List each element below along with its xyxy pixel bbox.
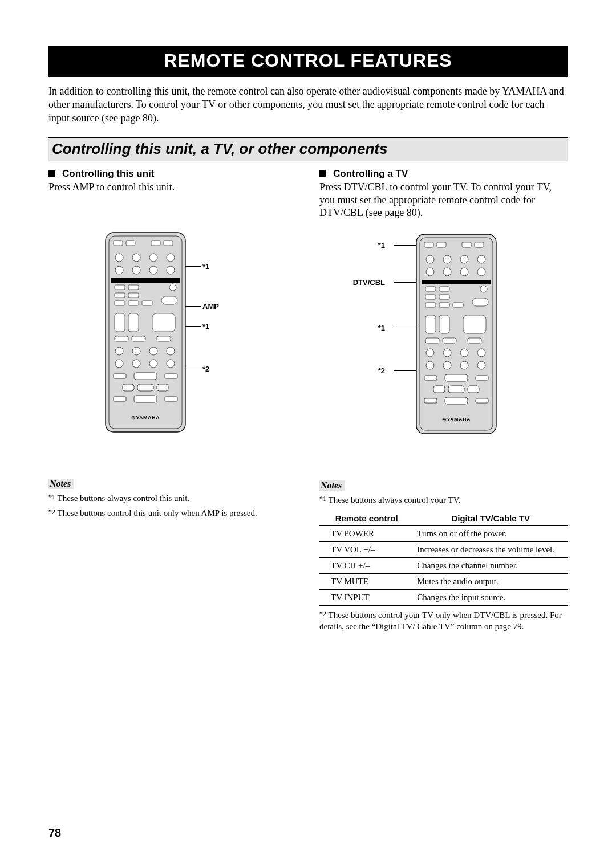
svg-rect-28 <box>132 336 145 341</box>
left-note2-text: These buttons control this unit only whe… <box>57 508 257 517</box>
svg-point-8 <box>149 254 157 262</box>
svg-rect-2 <box>114 241 123 246</box>
svg-point-57 <box>477 255 485 263</box>
svg-rect-88 <box>433 386 445 393</box>
left-note1: *1 These buttons always control this uni… <box>48 492 297 504</box>
svg-rect-66 <box>425 295 436 299</box>
right-note2: *2 These buttons control your TV only wh… <box>319 609 568 633</box>
svg-rect-76 <box>443 338 456 343</box>
svg-rect-39 <box>134 396 157 402</box>
footnote-marker: *1 <box>319 495 326 503</box>
svg-rect-71 <box>472 298 488 306</box>
remote-illustration-left: ⊕YAMAHA <box>100 228 248 439</box>
cell-label: TV VOL +/– <box>319 541 414 557</box>
svg-rect-40 <box>123 384 134 391</box>
bullet-square-icon <box>48 170 55 177</box>
svg-point-58 <box>426 268 434 276</box>
right-subhead: Controlling a TV <box>319 168 568 180</box>
column-right: Controlling a TV Press DTV/CBL to contro… <box>319 168 568 632</box>
svg-rect-53 <box>475 242 484 247</box>
left-subhead-text: Controlling this unit <box>62 168 154 179</box>
svg-rect-51 <box>437 242 446 247</box>
svg-rect-92 <box>476 376 488 380</box>
svg-rect-16 <box>128 285 139 290</box>
cell-label: TV INPUT <box>319 589 414 605</box>
svg-point-84 <box>460 361 468 369</box>
svg-point-83 <box>443 361 451 369</box>
callout-dtvcbl: DTV/CBL <box>353 278 385 287</box>
left-note1-text: These buttons always control this unit. <box>57 494 189 503</box>
svg-rect-86 <box>445 374 468 381</box>
svg-point-59 <box>443 268 451 276</box>
svg-point-36 <box>149 360 157 368</box>
intro-text: In addition to controlling this unit, th… <box>48 85 568 125</box>
svg-rect-69 <box>439 303 449 307</box>
svg-rect-70 <box>453 303 463 307</box>
svg-point-7 <box>132 254 140 262</box>
svg-point-81 <box>477 349 485 357</box>
svg-rect-41 <box>157 384 168 391</box>
svg-rect-45 <box>114 397 126 401</box>
svg-point-82 <box>426 361 434 369</box>
svg-point-17 <box>169 284 176 291</box>
right-notes-head: Notes <box>319 480 345 491</box>
table-row: TV VOL +/– Increases or decreases the vo… <box>319 541 568 557</box>
svg-rect-46 <box>165 397 177 401</box>
page-number: 78 <box>48 826 61 840</box>
svg-rect-15 <box>115 285 125 290</box>
remote-illustration-right: ⊕YAMAHA <box>411 230 559 441</box>
svg-rect-18 <box>115 293 125 298</box>
svg-rect-93 <box>424 398 437 403</box>
svg-point-55 <box>443 255 451 263</box>
svg-rect-27 <box>115 336 128 341</box>
svg-point-37 <box>167 360 175 368</box>
svg-rect-20 <box>115 301 125 305</box>
svg-rect-38 <box>134 373 157 380</box>
svg-point-85 <box>477 361 485 369</box>
svg-point-10 <box>115 266 123 274</box>
table-row: TV INPUT Changes the input source. <box>319 589 568 605</box>
svg-point-30 <box>115 347 123 355</box>
bullet-square-icon <box>319 170 326 177</box>
section-title: Controlling this unit, a TV, or other co… <box>52 140 387 157</box>
svg-rect-74 <box>463 315 486 333</box>
cell-label: TV MUTE <box>319 573 414 589</box>
svg-rect-25 <box>128 313 139 332</box>
svg-rect-50 <box>424 242 433 247</box>
svg-point-12 <box>149 266 157 274</box>
column-left: Controlling this unit Press AMP to contr… <box>48 168 297 632</box>
svg-rect-23 <box>161 296 177 304</box>
svg-rect-14 <box>111 278 180 283</box>
svg-rect-44 <box>165 374 177 378</box>
svg-rect-24 <box>115 313 125 332</box>
svg-rect-62 <box>422 280 491 284</box>
svg-point-31 <box>132 347 140 355</box>
cell-desc: Turns on or off the power. <box>414 525 568 541</box>
right-note2-text: These buttons control your TV only when … <box>319 610 562 631</box>
svg-rect-68 <box>425 303 436 307</box>
right-subhead-text: Controlling a TV <box>333 168 408 179</box>
callout-star2: *2 <box>378 366 385 375</box>
svg-rect-43 <box>114 374 126 378</box>
svg-point-34 <box>115 360 123 368</box>
left-subhead: Controlling this unit <box>48 168 297 180</box>
svg-rect-77 <box>468 338 481 343</box>
cell-label: TV POWER <box>319 525 414 541</box>
svg-point-79 <box>443 349 451 357</box>
svg-point-78 <box>426 349 434 357</box>
svg-rect-94 <box>476 398 488 403</box>
svg-point-6 <box>115 254 123 262</box>
svg-rect-90 <box>448 386 464 393</box>
svg-point-65 <box>480 286 487 292</box>
right-body: Press DTV/CBL to control your TV. To con… <box>319 181 568 219</box>
svg-rect-5 <box>164 241 173 246</box>
left-notes-head: Notes <box>48 479 74 489</box>
right-note1-text: These buttons always control your TV. <box>328 495 460 504</box>
svg-rect-3 <box>126 241 135 246</box>
footnote-marker: *2 <box>48 508 55 516</box>
callout-star1-top: *1 <box>378 241 385 250</box>
cell-desc: Changes the channel number. <box>414 557 568 573</box>
svg-rect-89 <box>468 386 479 393</box>
svg-text:⊕YAMAHA: ⊕YAMAHA <box>442 417 471 422</box>
table-head-left: Remote control <box>319 511 414 526</box>
